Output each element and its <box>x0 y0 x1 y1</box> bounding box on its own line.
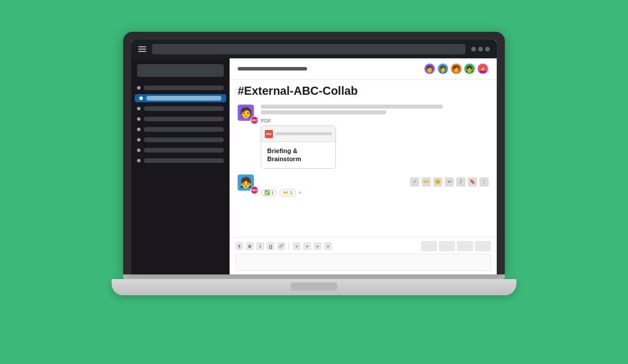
pdf-title: Briefing &Brainstorm <box>267 147 330 164</box>
sidebar-line <box>144 138 224 142</box>
face-emoji-1: 🧑 <box>239 107 252 118</box>
hamburger-icon[interactable] <box>138 46 146 52</box>
editor-right-btn-3[interactable] <box>457 241 473 251</box>
editor-btn-paragraph[interactable]: ¶ <box>235 242 243 250</box>
sidebar-line <box>144 117 224 121</box>
sidebar-line <box>144 148 224 153</box>
message-1: 🧑 ABC PDF <box>238 105 489 169</box>
reply-icon[interactable]: ↩ <box>445 177 454 187</box>
laptop-base <box>112 279 516 295</box>
channel-name: #External-ABC-Collab <box>230 80 497 100</box>
sidebar-dot <box>137 138 141 142</box>
pdf-preview-line <box>275 132 332 135</box>
top-bar <box>131 40 497 58</box>
sidebar-line <box>144 106 224 111</box>
msg-avatar-1: 🧑 ABC <box>238 105 256 123</box>
avatar-3: 🧑 <box>450 63 462 75</box>
editor-right-btns <box>421 241 491 251</box>
editor-btn-link[interactable]: 🔗 <box>277 242 285 250</box>
laptop-screen: 🧑 👩 🧑 👧 👩‍🦰 #External-ABC-Collab <box>123 32 505 274</box>
emoji-icon[interactable]: 😊 <box>433 177 442 187</box>
editor-btn-italic[interactable]: I <box>256 242 264 250</box>
editor-btn-list4[interactable]: ≡ <box>324 242 332 250</box>
sidebar-dot <box>139 96 143 100</box>
sidebar-item-8[interactable] <box>131 157 230 165</box>
face-emoji-2: 👧 <box>239 177 252 188</box>
msg-lines-1 <box>261 105 489 114</box>
sidebar-item-4[interactable] <box>131 115 230 123</box>
sidebar-dot <box>137 159 141 162</box>
pdf-title-area: Briefing &Brainstorm <box>261 142 335 168</box>
sidebar-item-6[interactable] <box>131 136 230 144</box>
sidebar-item-1[interactable] <box>131 84 230 92</box>
editor-right-btn-2[interactable] <box>439 241 455 251</box>
reaction-emoji: 👐 <box>283 190 289 195</box>
sidebar-dot <box>137 117 141 121</box>
avatar-2: 👩 <box>437 63 449 75</box>
editor-btn-code[interactable]: {} <box>267 242 275 250</box>
sidebar-item-active[interactable] <box>135 94 226 102</box>
msg-body-1: PDF PDF Briefing &Brainstorm <box>261 105 489 169</box>
reaction-count: 1 <box>271 190 274 195</box>
reaction-checkmark[interactable]: ✅ 1 <box>261 189 277 196</box>
sidebar-line <box>146 96 221 101</box>
editor-toolbar: ¶ B I {} 🔗 ≡ ≡ ≡ ≡ <box>235 241 491 251</box>
pdf-preview-top: PDF <box>261 126 335 142</box>
editor-btn-list3[interactable]: ≡ <box>313 242 322 250</box>
avatar-4: 👧 <box>464 63 475 75</box>
editor-divider <box>289 243 289 250</box>
sidebar-item-5[interactable] <box>131 125 230 133</box>
reaction-hands[interactable]: 👐 1 <box>279 189 295 196</box>
sidebar-item-3[interactable] <box>131 105 230 113</box>
avatar-1: 🧑 <box>424 63 435 75</box>
laptop-touchpad[interactable] <box>291 283 337 291</box>
laptop-wrapper: 🧑 👩 🧑 👧 👩‍🦰 #External-ABC-Collab <box>112 32 516 332</box>
laptop-hinge <box>123 274 505 279</box>
sidebar-dot <box>137 107 141 110</box>
screen-inner: 🧑 👩 🧑 👧 👩‍🦰 #External-ABC-Collab <box>131 40 497 274</box>
editor-right-btn-4[interactable] <box>475 241 491 251</box>
add-reaction-button[interactable]: + <box>298 190 302 196</box>
checkmark-icon[interactable]: ✓ <box>410 177 419 187</box>
sidebar <box>131 58 230 274</box>
avatars-row: 🧑 👩 🧑 👧 👩‍🦰 <box>424 63 489 75</box>
channel-header: 🧑 👩 🧑 👧 👩‍🦰 <box>230 58 497 80</box>
top-search-bar[interactable] <box>152 44 466 54</box>
pdf-icon: PDF <box>265 130 273 138</box>
editor-btn-list1[interactable]: ≡ <box>293 242 301 250</box>
editor-btn-list2[interactable]: ≡ <box>303 242 311 250</box>
top-dot-3 <box>485 47 490 51</box>
app-body: 🧑 👩 🧑 👧 👩‍🦰 #External-ABC-Collab <box>131 58 497 274</box>
sidebar-line <box>144 86 224 90</box>
top-dot-1 <box>471 47 476 51</box>
channel-top-bar-line <box>238 67 307 70</box>
sidebar-dot <box>137 148 141 152</box>
msg-line <box>261 105 443 109</box>
msg-toolbar: ✓ 👐 😊 ↩ ⤴ 🔖 ⋮ <box>410 177 489 187</box>
messages-area: 🧑 ABC PDF <box>230 100 497 237</box>
msg-line <box>261 110 386 114</box>
bookmark-icon[interactable]: 🔖 <box>468 177 477 187</box>
pdf-card[interactable]: PDF Briefing &Brainstorm <box>261 125 336 169</box>
sidebar-dot <box>137 86 141 90</box>
sidebar-search[interactable] <box>137 64 224 77</box>
editor-btn-bold[interactable]: B <box>246 242 254 250</box>
sidebar-dot <box>137 128 141 131</box>
message-2: 👧 ABC <box>238 174 489 196</box>
avatar-5: 👩‍🦰 <box>477 63 489 75</box>
msg-avatar-2: 👧 ABC <box>238 174 256 193</box>
reactions-row: ✅ 1 👐 1 + <box>261 189 489 196</box>
hands-icon[interactable]: 👐 <box>422 177 431 187</box>
main-content: 🧑 👩 🧑 👧 👩‍🦰 #External-ABC-Collab <box>230 58 497 274</box>
avatar-badge-1: ABC <box>250 116 258 124</box>
msg-row-with-toolbar: ✓ 👐 😊 ↩ ⤴ 🔖 ⋮ <box>261 174 489 187</box>
reaction-emoji: ✅ <box>264 190 270 195</box>
top-dots <box>471 47 490 51</box>
editor-right-btn-1[interactable] <box>421 241 437 251</box>
msg-body-2: ✓ 👐 😊 ↩ ⤴ 🔖 ⋮ <box>261 174 489 196</box>
sidebar-item-7[interactable] <box>131 146 230 154</box>
reaction-count: 1 <box>290 190 292 195</box>
share-icon[interactable]: ⤴ <box>456 177 466 187</box>
more-icon[interactable]: ⋮ <box>479 177 489 187</box>
editor-input[interactable] <box>235 254 491 271</box>
